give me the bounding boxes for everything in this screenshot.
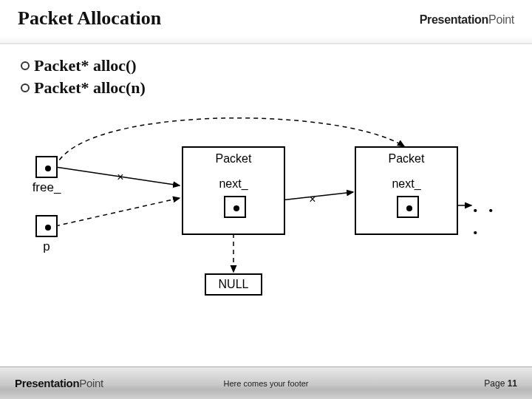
packet1-title: Packet (183, 152, 284, 166)
footer-brand-light: Point (79, 377, 103, 389)
page-title: Packet Allocation (18, 7, 161, 30)
p-pointer-box (35, 215, 58, 237)
svg-line-1 (55, 198, 180, 226)
diagram-area: free_ p Packet next_ Packet next_ NULL ×… (21, 109, 511, 324)
x-mark-icon: × (309, 193, 316, 206)
brand-logo-footer: PresentationPoint (15, 377, 103, 389)
x-mark-icon: × (117, 171, 123, 184)
bullet-marker-icon (21, 61, 30, 70)
bullet-text: Packet* alloc() (34, 56, 137, 75)
packet1-next-box (224, 196, 246, 218)
footer-brand-bold: Presentation (15, 377, 79, 389)
bullet-marker-icon (21, 83, 30, 92)
brand-bold: Presentation (420, 13, 488, 26)
bullet-list: Packet* alloc() Packet* alloc(n) (0, 44, 532, 103)
ellipsis-icon: . . . (473, 195, 511, 239)
packet2-title: Packet (356, 152, 457, 166)
footer-bar: PresentationPoint Here comes your footer… (0, 366, 532, 399)
page-number: 11 (508, 378, 517, 389)
footer-text: Here comes your footer (224, 379, 309, 388)
bullet-item: Packet* alloc() (21, 56, 511, 75)
p-label: p (39, 239, 54, 254)
packet-box-2: Packet next_ (355, 146, 458, 235)
packet1-field: next_ (183, 177, 284, 191)
page-label: Page (484, 378, 507, 389)
null-label: NULL (219, 278, 249, 291)
bullet-item: Packet* alloc(n) (21, 78, 511, 98)
header-bar: Packet Allocation PresentationPoint (0, 0, 532, 44)
free-pointer-box (35, 156, 58, 178)
null-box: NULL (205, 273, 262, 296)
packet2-next-box (397, 196, 419, 218)
brand-light: Point (488, 13, 514, 26)
packet-box-1: Packet next_ (182, 146, 285, 235)
bullet-text: Packet* alloc(n) (34, 78, 146, 98)
brand-logo-top: PresentationPoint (420, 7, 514, 27)
packet2-field: next_ (356, 177, 457, 191)
page-indicator: Page 11 (484, 378, 517, 389)
free-label: free_ (32, 180, 61, 195)
